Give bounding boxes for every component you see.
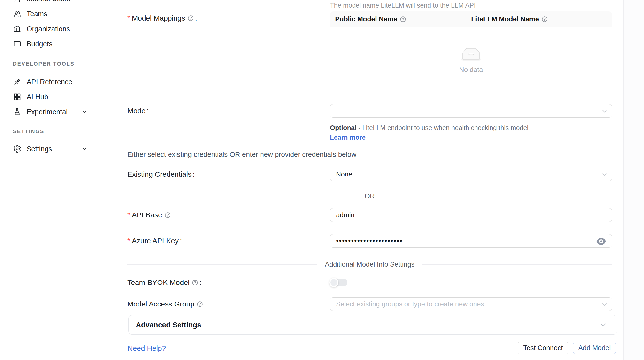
sidebar-item-label: Experimental (27, 108, 68, 116)
mode-help-text: Optional - LiteLLM endpoint to use when … (330, 123, 531, 142)
sidebar-item-budgets[interactable]: Budgets (0, 36, 117, 51)
required-asterisk: * (127, 211, 130, 219)
api-base-value: admin (336, 211, 354, 219)
sidebar-item-experimental[interactable]: Experimental (0, 104, 117, 119)
chevron-down-icon (600, 321, 607, 329)
required-asterisk: * (127, 237, 130, 245)
sidebar-item-settings[interactable]: Settings (0, 142, 117, 156)
sidebar-item-label: Teams (27, 10, 47, 18)
azure-api-key-masked-value: •••••••••••••••••••••• (336, 237, 402, 245)
sidebar-section-developer-tools: DEVELOPER TOOLS (0, 58, 117, 69)
sidebar-item-ai-hub[interactable]: AI Hub (0, 89, 117, 104)
sidebar-item-label: Settings (27, 145, 52, 153)
chevron-down-icon (601, 171, 608, 178)
question-circle-icon[interactable] (164, 212, 171, 218)
toggle-knob (329, 278, 338, 287)
chevron-down-icon (601, 301, 608, 308)
model-mappings-table: Public Model Name LiteLLM Model Name (330, 12, 612, 99)
user-icon (13, 0, 21, 3)
content-right-edge (624, 0, 644, 360)
additional-info-divider: Additional Model Info Settings (127, 259, 612, 270)
sidebar-item-organizations[interactable]: Organizations (0, 21, 117, 36)
question-circle-icon[interactable] (188, 15, 194, 22)
wallet-icon (13, 40, 21, 48)
question-circle-icon[interactable] (196, 301, 203, 308)
advanced-settings-label: Advanced Settings (136, 321, 201, 329)
api-base-label: * API Base : (127, 208, 174, 222)
divider-line (127, 196, 357, 196)
sidebar: Internal Users Teams Organizations Budge… (0, 0, 117, 360)
or-divider: OR (127, 191, 612, 202)
table-header: Public Model Name LiteLLM Model Name (330, 12, 612, 27)
plug-icon (13, 78, 21, 86)
add-model-form: The model name LiteLLM will send to the … (117, 0, 644, 360)
test-connect-button[interactable]: Test Connect (518, 342, 568, 354)
sidebar-section-settings: SETTINGS (0, 126, 117, 137)
sidebar-item-label: Budgets (27, 40, 52, 48)
divider-line (422, 264, 612, 264)
azure-api-key-label: * Azure API Key : (127, 234, 182, 248)
column-header-litellm-model-name: LiteLLM Model Name (466, 12, 612, 27)
column-header-public-model-name: Public Model Name (330, 12, 466, 27)
team-byok-label: Team-BYOK Model : (127, 276, 202, 289)
question-circle-icon[interactable] (192, 280, 198, 286)
add-model-page: Internal Users Teams Organizations Budge… (0, 0, 644, 360)
required-asterisk: * (127, 14, 130, 22)
sidebar-item-label: API Reference (27, 78, 72, 86)
chevron-down-icon (81, 145, 88, 152)
table-empty-state: No data (330, 27, 612, 93)
model-access-group-placeholder: Select existing groups or type to create… (336, 300, 484, 308)
model-access-group-select[interactable]: Select existing groups or type to create… (330, 297, 612, 311)
azure-api-key-input[interactable]: •••••••••••••••••••••• (330, 234, 612, 248)
empty-inbox-icon (459, 47, 483, 62)
chevron-down-icon (81, 108, 88, 116)
team-byok-toggle[interactable] (330, 279, 348, 286)
additional-info-divider-text: Additional Model Info Settings (317, 260, 422, 268)
learn-more-link[interactable]: Learn more (330, 134, 366, 141)
credentials-note: Either select existing credentials OR en… (127, 150, 356, 158)
mode-select[interactable] (330, 104, 612, 118)
bank-icon (13, 25, 21, 33)
table-footer (330, 93, 612, 99)
sidebar-item-api-reference[interactable]: API Reference (0, 74, 117, 89)
sidebar-item-internal-users[interactable]: Internal Users (0, 0, 117, 6)
model-name-hint: The model name LiteLLM will send to the … (330, 1, 611, 10)
mode-label: Mode: (127, 104, 149, 118)
question-circle-icon[interactable] (400, 16, 406, 22)
api-base-input[interactable]: admin (330, 208, 612, 222)
eye-icon[interactable] (596, 236, 606, 247)
existing-credentials-select[interactable]: None (330, 168, 612, 181)
sidebar-item-label: Organizations (27, 25, 70, 33)
chevron-down-icon (601, 108, 608, 114)
divider-line (127, 264, 317, 264)
form-actions: Test Connect Add Model (518, 342, 616, 354)
sidebar-item-label: Internal Users (27, 0, 70, 3)
advanced-settings-panel[interactable]: Advanced Settings (128, 315, 617, 334)
sidebar-item-label: AI Hub (27, 93, 48, 101)
gear-icon (13, 145, 21, 153)
existing-credentials-label: Existing Credentials: (127, 168, 195, 181)
sidebar-item-teams[interactable]: Teams (0, 6, 117, 21)
or-divider-text: OR (357, 192, 382, 200)
empty-state-text: No data (459, 66, 483, 74)
flask-icon (13, 108, 21, 116)
divider-line (382, 196, 612, 196)
grid-icon (13, 93, 21, 101)
users-icon (13, 10, 21, 18)
model-access-group-label: Model Access Group : (127, 297, 206, 311)
model-mappings-label: * Model Mappings : (127, 12, 197, 25)
add-model-button[interactable]: Add Model (573, 342, 616, 354)
existing-credentials-value: None (336, 170, 352, 178)
question-circle-icon[interactable] (541, 16, 548, 22)
need-help-link[interactable]: Need Help? (128, 344, 166, 352)
